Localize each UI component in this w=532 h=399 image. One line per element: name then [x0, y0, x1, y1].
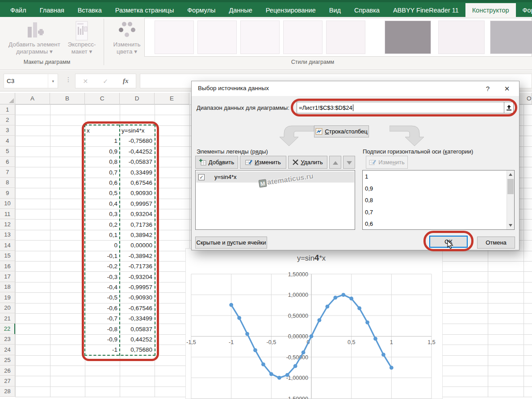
- row-header-24[interactable]: 24: [0, 345, 15, 355]
- ribbon-tab-формат[interactable]: Формат: [516, 3, 532, 17]
- edit-series-button[interactable]: Изменить: [240, 156, 286, 169]
- add-series-button[interactable]: Добавить: [195, 156, 238, 169]
- text-caret: [353, 104, 353, 111]
- column-header-E[interactable]: E: [155, 93, 189, 104]
- sine-chart: 1,500001,000000,500000,00000-0,50000-1,0…: [186, 249, 443, 399]
- collapse-dialog-button[interactable]: [504, 102, 514, 113]
- row-header-22[interactable]: 22: [0, 324, 15, 334]
- ribbon-tab-формулы[interactable]: Формулы: [180, 3, 222, 17]
- ribbon-tab-файл[interactable]: Файл: [4, 3, 33, 17]
- row-column-swap-icon: [315, 128, 323, 135]
- row-header-10[interactable]: 10: [0, 199, 15, 209]
- chart-style-thumbnail-5[interactable]: [326, 21, 365, 54]
- row-header-21[interactable]: 21: [0, 313, 15, 324]
- help-button[interactable]: ?: [481, 84, 494, 94]
- move-down-button[interactable]: [343, 156, 355, 169]
- row-header-2[interactable]: 2: [0, 115, 15, 125]
- svg-text:1,5: 1,5: [427, 339, 435, 345]
- row-header-12[interactable]: 12: [0, 219, 15, 229]
- axis-label-item[interactable]: 0,7: [365, 209, 373, 216]
- row-header-14[interactable]: 14: [0, 240, 15, 250]
- dialog-titlebar[interactable]: Выбор источника данных ? ✕: [192, 81, 519, 96]
- column-header-A[interactable]: A: [15, 93, 50, 104]
- move-up-button[interactable]: [329, 156, 341, 169]
- chart-style-thumbnail-1[interactable]: [155, 21, 194, 54]
- range-input[interactable]: =Лист1!$C$3:$D$24: [297, 102, 504, 113]
- chart-styles-gallery[interactable]: [144, 18, 532, 57]
- row-header-23[interactable]: 23: [0, 334, 15, 345]
- chart-object[interactable]: 1,500001,000000,500000,00000-0,50000-1,0…: [185, 248, 443, 399]
- series-checkbox[interactable]: ✓: [198, 174, 205, 180]
- svg-text:0,00000: 0,00000: [288, 333, 308, 340]
- close-button[interactable]: ✕: [500, 84, 514, 94]
- row-header-25[interactable]: 25: [0, 355, 15, 366]
- ribbon-tab-главная[interactable]: Главная: [33, 3, 71, 17]
- formula-bar-grip-icon: ⋮: [65, 76, 71, 83]
- cancel-entry-icon[interactable]: ✕: [83, 78, 88, 85]
- row-header-15[interactable]: 15: [0, 251, 15, 261]
- edit-axis-labels-button[interactable]: Изменить: [366, 156, 408, 169]
- insert-function-icon[interactable]: fx: [123, 77, 129, 85]
- chart-style-thumbnail-4[interactable]: [283, 21, 323, 54]
- axis-label-item[interactable]: 0,6: [365, 220, 373, 227]
- chart-style-thumbnail-6[interactable]: [385, 21, 431, 54]
- remove-series-button[interactable]: Удалить: [288, 156, 327, 169]
- ribbon-tab-разметка-страницы[interactable]: Разметка страницы: [109, 3, 181, 17]
- row-header-20[interactable]: 20: [0, 303, 15, 313]
- row-header-26[interactable]: 26: [0, 366, 15, 376]
- scroll-down-icon[interactable]: [509, 224, 512, 227]
- ribbon-tab-данные[interactable]: Данные: [222, 3, 259, 17]
- ribbon-tab-abbyy-finereader-11[interactable]: ABBYY FineReader 11: [386, 3, 465, 17]
- scroll-up-icon[interactable]: [509, 173, 512, 176]
- change-colors-button[interactable]: Изменить цвета ▾: [110, 21, 144, 55]
- name-box[interactable]: C3 ▾: [4, 74, 58, 88]
- row-header-7[interactable]: 7: [0, 167, 15, 177]
- row-header-9[interactable]: 9: [0, 188, 15, 198]
- chart-style-thumbnail-8[interactable]: [490, 21, 532, 54]
- ribbon-tab-вид[interactable]: Вид: [323, 3, 348, 17]
- chart-style-thumbnail-7[interactable]: [438, 21, 485, 54]
- row-header-18[interactable]: 18: [0, 282, 15, 292]
- switch-row-column-button[interactable]: Строка/столбец: [314, 125, 369, 137]
- column-header-B[interactable]: B: [50, 93, 85, 104]
- row-header-6[interactable]: 6: [0, 157, 15, 167]
- name-box-dropdown-icon[interactable]: ▾: [48, 74, 58, 88]
- row-header-4[interactable]: 4: [0, 136, 15, 146]
- row-header-8[interactable]: 8: [0, 178, 15, 188]
- svg-text:-1: -1: [229, 339, 234, 345]
- column-header-D[interactable]: D: [120, 93, 155, 104]
- row-header-19[interactable]: 19: [0, 292, 15, 303]
- axis-label-item[interactable]: 1: [365, 173, 368, 180]
- cancel-button[interactable]: Отмена: [477, 237, 515, 249]
- range-picker-icon: [506, 104, 512, 111]
- add-chart-element-button[interactable]: Добавить элемент диаграммы ▾: [4, 21, 65, 55]
- column-header-partial[interactable]: O: [519, 93, 532, 104]
- row-header-27[interactable]: 27: [0, 376, 15, 386]
- row-header-13[interactable]: 13: [0, 230, 15, 240]
- row-header-1[interactable]: 1: [0, 104, 15, 115]
- confirm-entry-icon[interactable]: ✓: [103, 78, 108, 85]
- axis-label-item[interactable]: 0,8: [365, 197, 373, 204]
- row-header-28[interactable]: 28: [0, 387, 15, 397]
- axis-list-scrollbar[interactable]: [507, 170, 514, 229]
- chart-style-thumbnail-3[interactable]: [240, 21, 280, 54]
- axis-label-item[interactable]: 0,9: [365, 185, 373, 192]
- select-all-corner[interactable]: [0, 93, 15, 104]
- row-header-5[interactable]: 5: [0, 146, 15, 157]
- ribbon-tab-вставка[interactable]: Вставка: [71, 3, 109, 17]
- scroll-thumb[interactable]: [507, 179, 514, 194]
- column-header-C[interactable]: C: [85, 93, 120, 104]
- row-header-11[interactable]: 11: [0, 209, 15, 219]
- row-header-16[interactable]: 16: [0, 261, 15, 271]
- quick-layout-button[interactable]: Экспресс- макет ▾: [65, 21, 98, 55]
- ribbon-tab-справка[interactable]: Справка: [348, 3, 386, 17]
- ribbon-tab-конструктор[interactable]: Конструктор: [465, 3, 516, 17]
- chart-style-thumbnail-2[interactable]: [197, 21, 237, 54]
- row-header-17[interactable]: 17: [0, 271, 15, 282]
- axis-labels-list[interactable]: 10,90,80,70,6: [362, 170, 515, 230]
- add-table-icon: [199, 159, 206, 166]
- hidden-empty-cells-button[interactable]: Скрытые и пустые ячейки: [195, 237, 267, 249]
- row-header-3[interactable]: 3: [0, 125, 15, 136]
- select-data-source-dialog: Выбор источника данных ? ✕ Диапазон данн…: [191, 81, 519, 250]
- ribbon-tab-рецензирование[interactable]: Рецензирование: [259, 3, 323, 17]
